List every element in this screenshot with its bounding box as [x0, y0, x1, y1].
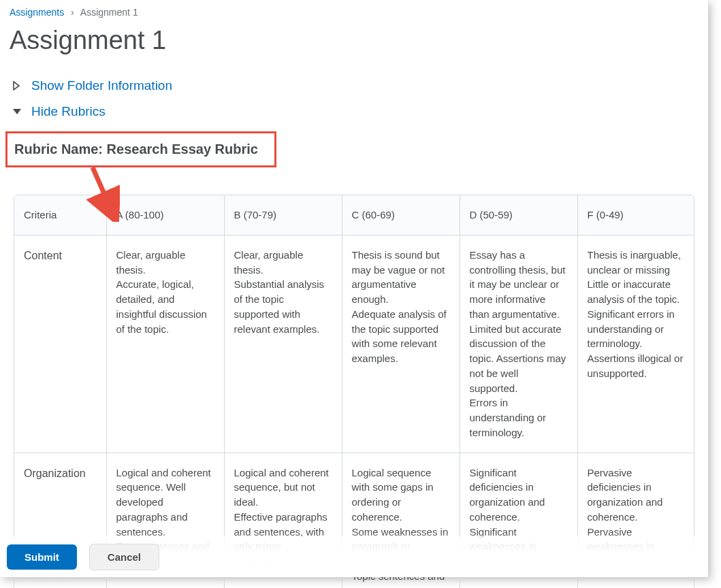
page-title: Assignment 1: [0, 22, 708, 73]
header-level-b: B (70-79): [224, 195, 342, 235]
hide-rubrics-toggle[interactable]: Hide Rubrics: [0, 99, 708, 125]
cell-content-c[interactable]: Thesis is sound but may be vague or not …: [342, 235, 460, 453]
submit-button[interactable]: Submit: [7, 544, 77, 570]
cell-content-d[interactable]: Essay has a controlling thesis, but it m…: [460, 235, 577, 453]
breadcrumb-current: Assignment 1: [80, 7, 138, 18]
header-level-f: F (0-49): [577, 195, 694, 235]
header-level-a: A (80-100): [106, 195, 224, 235]
breadcrumb-parent-link[interactable]: Assignments: [10, 7, 64, 18]
header-criteria: Criteria: [14, 195, 106, 235]
svg-marker-1: [13, 109, 21, 114]
show-folder-info-toggle[interactable]: Show Folder Information: [0, 73, 708, 99]
chevron-right-icon: [12, 81, 26, 91]
chevron-down-icon: [12, 108, 26, 116]
table-header-row: Criteria A (80-100) B (70-79) C (60-69) …: [14, 195, 694, 235]
breadcrumb: Assignments › Assignment 1: [0, 0, 708, 22]
header-level-d: D (50-59): [460, 195, 577, 235]
rubric-name-text: Rubric Name: Research Essay Rubric: [14, 142, 258, 157]
table-row: Content Clear, arguable thesis.Accurate,…: [14, 235, 694, 453]
show-folder-info-label: Show Folder Information: [31, 78, 172, 93]
header-level-c: C (60-69): [342, 195, 460, 235]
cancel-button[interactable]: Cancel: [89, 544, 159, 570]
cell-content-b[interactable]: Clear, arguable thesis.Substantial analy…: [224, 235, 342, 453]
criteria-content: Content: [14, 235, 106, 453]
rubric-table-container: Criteria A (80-100) B (70-79) C (60-69) …: [14, 195, 694, 588]
cell-content-a[interactable]: Clear, arguable thesis.Accurate, logical…: [106, 235, 224, 453]
breadcrumb-separator: ›: [71, 7, 74, 18]
rubric-table: Criteria A (80-100) B (70-79) C (60-69) …: [14, 195, 694, 588]
hide-rubrics-label: Hide Rubrics: [31, 104, 106, 119]
footer-action-bar: Submit Cancel: [0, 536, 708, 577]
cell-content-f[interactable]: Thesis is inarguable, unclear or missing…: [577, 235, 694, 453]
rubric-name-highlight: Rubric Name: Research Essay Rubric: [5, 131, 276, 167]
svg-marker-0: [14, 82, 19, 90]
